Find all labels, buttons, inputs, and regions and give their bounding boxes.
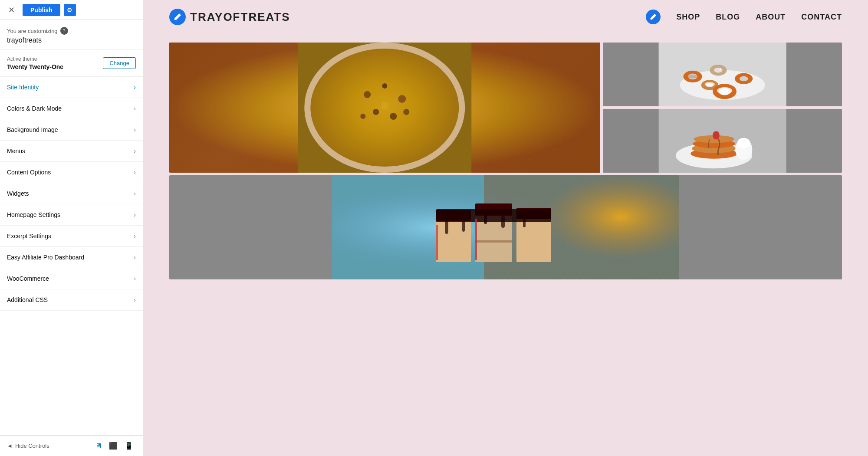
nav-about[interactable]: ABOUT <box>756 13 786 22</box>
svg-rect-41 <box>484 175 679 279</box>
mobile-device-button[interactable]: 📱 <box>122 440 136 452</box>
svg-rect-52 <box>445 221 448 234</box>
svg-point-20 <box>719 69 721 70</box>
chevron-right-icon: › <box>134 211 136 218</box>
tablet-device-button[interactable]: ⬛ <box>106 440 120 452</box>
chevron-right-icon: › <box>134 254 136 261</box>
menu-item-label: Colors & Dark Mode <box>7 105 62 112</box>
site-header: TRAYOFTREATS SHOP BLOG ABOUT CONTACT <box>143 0 868 34</box>
food-image-cake-wrapper <box>169 175 842 279</box>
svg-rect-54 <box>484 214 487 224</box>
menu-item-label: Homepage Settings <box>7 211 60 218</box>
chevron-right-icon: › <box>134 275 136 282</box>
svg-point-4 <box>364 91 371 98</box>
device-icons: 🖥 ⬛ 📱 <box>92 440 136 452</box>
svg-rect-55 <box>501 216 505 228</box>
customizing-text: You are customizing <box>7 28 58 34</box>
active-theme-name: Twenty Twenty-One <box>7 63 63 70</box>
menu-item-widgets[interactable]: Widgets › <box>0 183 143 204</box>
svg-point-7 <box>373 109 379 115</box>
menu-item-label: Site Identity <box>7 84 39 91</box>
content-area <box>143 34 868 288</box>
chevron-right-icon: › <box>134 126 136 133</box>
site-title: TRAYOFTREATS <box>190 10 290 24</box>
svg-point-25 <box>704 82 715 86</box>
svg-rect-56 <box>523 219 526 227</box>
menu-item-woocommerce[interactable]: WooCommerce › <box>0 268 143 289</box>
menu-item-content-options[interactable]: Content Options › <box>0 162 143 183</box>
svg-point-19 <box>714 68 723 73</box>
menu-item-excerpt-settings[interactable]: Excerpt Settings › <box>0 226 143 247</box>
menu-list: Site Identity › Colors & Dark Mode › Bac… <box>0 77 143 435</box>
chevron-right-icon: › <box>134 84 136 91</box>
svg-point-38 <box>737 138 750 148</box>
active-theme-label: Active theme <box>7 56 63 62</box>
help-icon[interactable]: ? <box>60 27 68 35</box>
food-image-pie <box>169 43 600 173</box>
svg-point-28 <box>717 87 732 94</box>
sidebar-bottombar: ◄ Hide Controls 🖥 ⬛ 📱 <box>0 435 143 456</box>
menu-item-label: Background Image <box>7 126 58 133</box>
menu-item-colors-dark-mode[interactable]: Colors & Dark Mode › <box>0 98 143 119</box>
svg-rect-58 <box>475 219 477 260</box>
svg-point-22 <box>739 76 748 81</box>
site-name: trayoftreats <box>7 36 136 44</box>
svg-point-6 <box>398 95 406 103</box>
publish-button[interactable]: Publish <box>23 4 60 16</box>
svg-rect-48 <box>475 240 512 243</box>
hide-controls-button[interactable]: ◄ Hide Controls <box>7 443 49 449</box>
svg-point-10 <box>403 109 409 115</box>
site-nav: SHOP BLOG ABOUT CONTACT <box>646 10 842 24</box>
menu-item-homepage-settings[interactable]: Homepage Settings › <box>0 204 143 226</box>
site-logo: TRAYOFTREATS <box>169 9 290 25</box>
desktop-device-button[interactable]: 🖥 <box>92 440 105 452</box>
food-image-cake <box>169 175 842 279</box>
svg-rect-53 <box>462 221 465 232</box>
arrow-left-icon: ◄ <box>7 443 13 449</box>
menu-item-additional-css[interactable]: Additional CSS › <box>0 289 143 311</box>
menu-item-label: Widgets <box>7 190 29 197</box>
customizing-section: You are customizing ? trayoftreats <box>0 20 143 50</box>
svg-rect-17 <box>683 75 702 78</box>
change-theme-button[interactable]: Change <box>103 57 136 69</box>
svg-point-9 <box>360 114 365 119</box>
chevron-right-icon: › <box>134 233 136 239</box>
chevron-right-icon: › <box>134 296 136 303</box>
menu-item-menus[interactable]: Menus › <box>0 141 143 162</box>
menu-item-label: WooCommerce <box>7 275 49 282</box>
sidebar-topbar: ✕ Publish ⚙ <box>0 0 143 20</box>
food-image-donuts <box>603 43 842 106</box>
settings-button[interactable]: ⚙ <box>64 4 76 16</box>
menu-item-site-identity[interactable]: Site Identity › <box>0 77 143 98</box>
svg-point-11 <box>381 102 388 109</box>
nav-links: SHOP BLOG ABOUT CONTACT <box>676 13 842 22</box>
menu-item-easy-affiliate-pro-dashboard[interactable]: Easy Affiliate Pro Dashboard › <box>0 247 143 268</box>
chevron-right-icon: › <box>134 190 136 197</box>
menu-item-background-image[interactable]: Background Image › <box>0 119 143 141</box>
logo-icon <box>169 9 186 25</box>
sidebar: ✕ Publish ⚙ You are customizing ? trayof… <box>0 0 143 456</box>
theme-info: Active theme Twenty Twenty-One <box>7 56 63 70</box>
preview-area: TRAYOFTREATS SHOP BLOG ABOUT CONTACT <box>143 0 868 456</box>
svg-rect-51 <box>436 209 551 222</box>
nav-contact[interactable]: CONTACT <box>801 13 842 22</box>
menu-item-label: Additional CSS <box>7 296 48 303</box>
hide-controls-label: Hide Controls <box>15 443 49 449</box>
theme-section: Active theme Twenty Twenty-One Change <box>0 50 143 77</box>
food-grid-top <box>169 43 842 173</box>
svg-rect-57 <box>436 225 438 260</box>
food-grid-right <box>603 43 842 173</box>
menu-item-label: Menus <box>7 148 25 154</box>
menu-item-label: Excerpt Settings <box>7 233 51 239</box>
food-image-pancakes <box>603 109 842 173</box>
customizing-label: You are customizing ? <box>7 27 136 35</box>
nav-edit-icon <box>646 10 661 24</box>
chevron-right-icon: › <box>134 148 136 154</box>
nav-blog[interactable]: BLOG <box>716 13 740 22</box>
chevron-right-icon: › <box>134 105 136 112</box>
svg-point-8 <box>390 113 397 120</box>
nav-shop[interactable]: SHOP <box>676 13 700 22</box>
chevron-right-icon: › <box>134 169 136 176</box>
svg-point-5 <box>382 83 387 89</box>
close-button[interactable]: ✕ <box>5 4 17 16</box>
